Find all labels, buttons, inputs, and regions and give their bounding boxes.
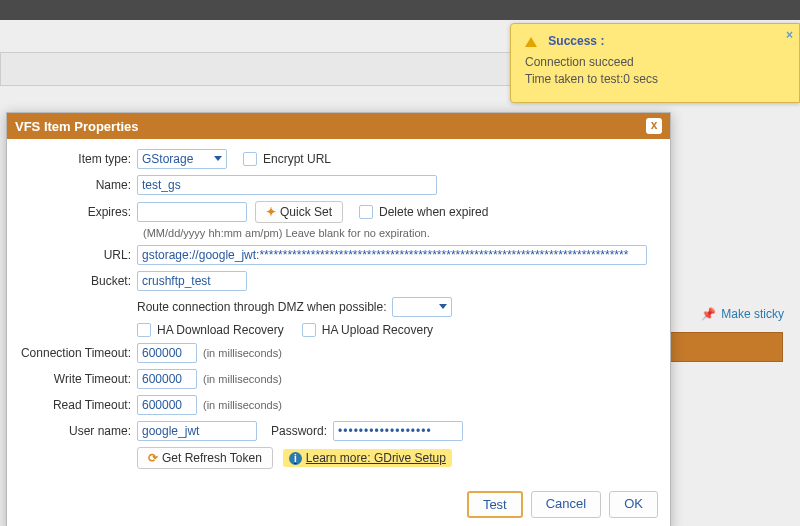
alert-icon xyxy=(525,37,537,47)
test-button[interactable]: Test xyxy=(467,491,523,518)
make-sticky-link[interactable]: 📌 Make sticky xyxy=(701,307,784,321)
toast-title: Success : xyxy=(548,34,604,48)
wand-icon: ✦ xyxy=(266,205,276,219)
mac-menubar xyxy=(0,0,800,20)
username-input[interactable] xyxy=(137,421,257,441)
dialog-titlebar: VFS Item Properties x xyxy=(7,113,670,139)
url-input[interactable] xyxy=(137,245,647,265)
close-icon[interactable]: x xyxy=(646,118,662,134)
encrypt-url-checkbox[interactable] xyxy=(243,152,257,166)
close-icon[interactable]: × xyxy=(786,28,793,42)
username-label: User name: xyxy=(17,424,137,438)
ha-upload-label: HA Upload Recovery xyxy=(322,323,433,337)
page-background: Quick Jump: × Success : Connection succe… xyxy=(0,20,800,526)
conn-timeout-input[interactable] xyxy=(137,343,197,363)
ha-download-label: HA Download Recovery xyxy=(157,323,284,337)
make-sticky-label: Make sticky xyxy=(721,307,784,321)
write-timeout-label: Write Timeout: xyxy=(17,372,137,386)
dmz-select[interactable] xyxy=(392,297,452,317)
get-refresh-token-button[interactable]: ⟳ Get Refresh Token xyxy=(137,447,273,469)
info-icon: i xyxy=(289,452,302,465)
ha-download-checkbox[interactable] xyxy=(137,323,151,337)
bucket-input[interactable] xyxy=(137,271,247,291)
expires-input[interactable] xyxy=(137,202,247,222)
cancel-button[interactable]: Cancel xyxy=(531,491,601,518)
get-refresh-label: Get Refresh Token xyxy=(162,451,262,465)
item-type-select[interactable]: GStorage xyxy=(137,149,227,169)
delete-when-expired-label: Delete when expired xyxy=(379,205,488,219)
item-type-label: Item type: xyxy=(17,152,137,166)
read-timeout-label: Read Timeout: xyxy=(17,398,137,412)
bucket-label: Bucket: xyxy=(17,274,137,288)
ms-unit-1: (in milliseconds) xyxy=(203,347,282,359)
pin-icon: 📌 xyxy=(701,307,716,321)
dialog-title-text: VFS Item Properties xyxy=(15,119,139,134)
ha-upload-checkbox[interactable] xyxy=(302,323,316,337)
ms-unit-3: (in milliseconds) xyxy=(203,399,282,411)
dialog-footer: Test Cancel OK xyxy=(7,483,670,526)
quick-set-button[interactable]: ✦ Quick Set xyxy=(255,201,343,223)
name-label: Name: xyxy=(17,178,137,192)
name-input[interactable] xyxy=(137,175,437,195)
expires-hint: (MM/dd/yyyy hh:mm am/pm) Leave blank for… xyxy=(143,227,656,239)
delete-when-expired-checkbox[interactable] xyxy=(359,205,373,219)
toast-line1: Connection succeed xyxy=(525,54,785,71)
expires-label: Expires: xyxy=(17,205,137,219)
write-timeout-input[interactable] xyxy=(137,369,197,389)
encrypt-url-label: Encrypt URL xyxy=(263,152,331,166)
conn-timeout-label: Connection Timeout: xyxy=(17,346,137,360)
password-input[interactable] xyxy=(333,421,463,441)
ok-button[interactable]: OK xyxy=(609,491,658,518)
learn-more-link[interactable]: i Learn more: GDrive Setup xyxy=(283,449,452,467)
toast-line2: Time taken to test:0 secs xyxy=(525,71,785,88)
password-label: Password: xyxy=(271,424,327,438)
ms-unit-2: (in milliseconds) xyxy=(203,373,282,385)
toast-success: × Success : Connection succeed Time take… xyxy=(510,23,800,103)
refresh-icon: ⟳ xyxy=(148,451,158,465)
quick-set-label: Quick Set xyxy=(280,205,332,219)
url-label: URL: xyxy=(17,248,137,262)
dmz-label: Route connection through DMZ when possib… xyxy=(137,300,386,314)
vfs-properties-dialog: VFS Item Properties x Item type: GStorag… xyxy=(6,112,671,526)
learn-more-label: Learn more: GDrive Setup xyxy=(306,451,446,465)
read-timeout-input[interactable] xyxy=(137,395,197,415)
